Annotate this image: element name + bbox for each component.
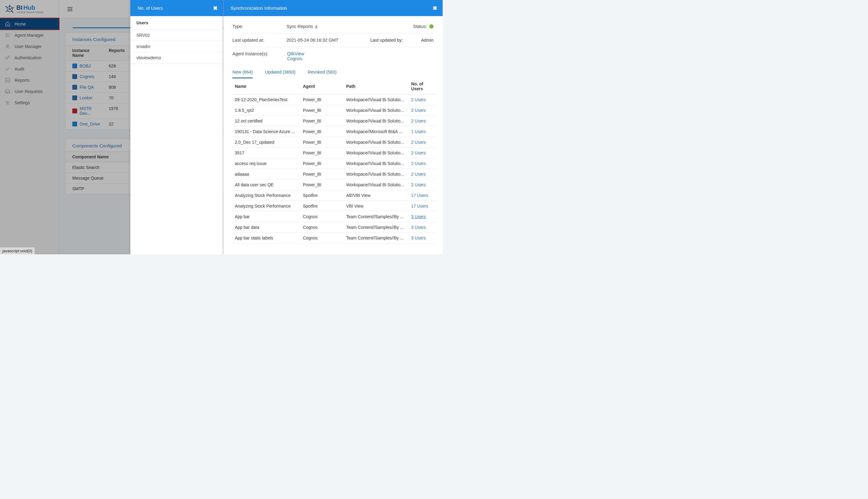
cell-agent: Power_BI bbox=[300, 105, 344, 116]
users-link[interactable]: 2 Users bbox=[411, 119, 426, 123]
sync-row: 12 oct certifiedPower_BIWorkspace//Visua… bbox=[233, 116, 437, 126]
cell-name: Analyzing Stock Performance bbox=[233, 190, 300, 201]
sync-panel: Synchronization Information ✖ Type: Sync… bbox=[223, 0, 443, 254]
status-indicator bbox=[429, 24, 434, 28]
panel-title: No. of Users bbox=[138, 5, 163, 11]
users-list-header: Users bbox=[130, 16, 223, 30]
cell-users: 3 Users bbox=[409, 233, 437, 243]
sync-row: 1.8.5_rpt2Power_BIWorkspace//Visual Bi S… bbox=[233, 105, 437, 116]
users-link[interactable]: 2 Users bbox=[411, 140, 426, 145]
users-link[interactable]: 2 Users bbox=[411, 108, 426, 113]
cell-users: 17 Users bbox=[409, 190, 437, 201]
cell-users: 2 Users bbox=[409, 158, 437, 169]
users-link[interactable]: 17 Users bbox=[411, 193, 428, 198]
user-row[interactable]: vbiviewdemo bbox=[130, 52, 223, 63]
sync-row: App bar static labelsCognosTeam Content/… bbox=[233, 233, 437, 243]
cell-users: 2 Users bbox=[409, 137, 437, 148]
cell-users: 2 Users bbox=[409, 169, 437, 180]
meta-agents-label: Agent Instance(s): bbox=[233, 51, 284, 56]
cell-name: App bar static labels bbox=[233, 233, 300, 243]
cell-agent: Cognos bbox=[300, 233, 344, 243]
cell-path: All//VBI View bbox=[344, 190, 409, 201]
sync-meta: Type: Sync Reports Status: Last updated … bbox=[223, 16, 443, 65]
sync-row: App bar dataCognosTeam Content//Samples/… bbox=[233, 222, 437, 233]
meta-type-label: Type: bbox=[233, 24, 284, 29]
cell-path: Team Content//Samples//By ... bbox=[344, 211, 409, 222]
users-panel-body: Users SRV02srvadmvbiviewdemo bbox=[130, 16, 223, 63]
cell-path: Workspace//Visual Bi Solutio... bbox=[344, 158, 409, 169]
cell-agent: Cognos bbox=[300, 211, 344, 222]
cell-users: 2 Users bbox=[409, 148, 437, 158]
sync-row: Analyzing Stock PerformanceSpotfireVBI V… bbox=[233, 201, 437, 211]
users-link[interactable]: 3 Users bbox=[411, 214, 426, 219]
close-icon[interactable]: ✖ bbox=[213, 5, 218, 12]
sync-row: 09-12-2020_PlanSeriesTestPower_BIWorkspa… bbox=[233, 95, 437, 105]
sync-row: Analyzing Stock PerformanceSpotfireAll//… bbox=[233, 190, 437, 201]
agent-instance-link[interactable]: QlikView bbox=[287, 51, 348, 56]
user-row[interactable]: SRV02 bbox=[130, 30, 223, 41]
users-link[interactable]: 2 Users bbox=[411, 172, 426, 177]
meta-updated-at-value: 2021-05-24 06:16:32 GMT bbox=[286, 38, 347, 42]
tab-revoked[interactable]: Revoked (583) bbox=[308, 70, 337, 78]
cell-path: Team Content//Samples//By ... bbox=[344, 233, 409, 243]
cell-name: 3517 bbox=[233, 148, 300, 158]
sync-row: 190131 - Data Science Azure ...Power_BIW… bbox=[233, 126, 437, 137]
cell-path: VBI View bbox=[344, 201, 409, 211]
agent-instance-link[interactable]: Cognos bbox=[287, 56, 348, 61]
meta-type-value: Sync Reports bbox=[286, 24, 347, 29]
users-link[interactable]: 17 Users bbox=[411, 204, 428, 208]
sync-panel-header: Synchronization Information ✖ bbox=[223, 0, 443, 16]
users-link[interactable]: 2 Users bbox=[411, 161, 426, 166]
users-link[interactable]: 2 Users bbox=[411, 150, 426, 155]
cell-path: Workspace//Microsoft BI&A ... bbox=[344, 126, 409, 137]
cell-name: App bar data bbox=[233, 222, 300, 233]
tab-new[interactable]: New (864) bbox=[233, 70, 253, 78]
cell-users: 1 Users bbox=[409, 126, 437, 137]
user-row[interactable]: srvadm bbox=[130, 41, 223, 52]
sync-row: All data user sec QEPower_BIWorkspace//V… bbox=[233, 180, 437, 190]
sync-row: 2.0_Dec 17_updatedPower_BIWorkspace//Vis… bbox=[233, 137, 437, 148]
sync-row: App barCognosTeam Content//Samples//By .… bbox=[233, 211, 437, 222]
meta-status-label: Status: bbox=[413, 24, 427, 29]
cell-agent: Power_BI bbox=[300, 95, 344, 105]
users-panel: No. of Users ✖ Users SRV02srvadmvbiviewd… bbox=[130, 0, 223, 254]
cell-name: 1.8.5_rpt2 bbox=[233, 105, 300, 116]
cell-name: 190131 - Data Science Azure ... bbox=[233, 126, 300, 137]
cell-name: 09-12-2020_PlanSeriesTest bbox=[233, 95, 300, 105]
users-link[interactable]: 2 Users bbox=[411, 97, 426, 102]
download-icon[interactable] bbox=[314, 24, 319, 28]
cell-agent: Cognos bbox=[300, 222, 344, 233]
cell-agent: Power_BI bbox=[300, 126, 344, 137]
users-link[interactable]: 1 Users bbox=[411, 129, 426, 134]
users-link[interactable]: 3 Users bbox=[411, 235, 426, 240]
cell-path: Workspace//Visual Bi Solutio... bbox=[344, 95, 409, 105]
cell-name: All data user sec QE bbox=[233, 180, 300, 190]
close-icon[interactable]: ✖ bbox=[433, 5, 437, 12]
users-link[interactable]: 3 Users bbox=[411, 225, 426, 230]
cell-users: 3 Users bbox=[409, 222, 437, 233]
cell-name: access req issue bbox=[233, 158, 300, 169]
cell-name: 12 oct certified bbox=[233, 116, 300, 126]
panel-title: Synchronization Information bbox=[231, 5, 287, 11]
sync-table: Name Agent Path No. of Users 09-12-2020_… bbox=[223, 78, 443, 243]
users-link[interactable]: 2 Users bbox=[411, 182, 426, 187]
cell-agent: Power_BI bbox=[300, 158, 344, 169]
cell-path: Workspace//Visual Bi Solutio... bbox=[344, 116, 409, 126]
sync-row: access req issuePower_BIWorkspace//Visua… bbox=[233, 158, 437, 169]
meta-updated-by-label: Last updated by: bbox=[370, 38, 403, 42]
cell-agent: Power_BI bbox=[300, 148, 344, 158]
meta-updated-by-value: Admin bbox=[421, 38, 434, 42]
th-path: Path bbox=[344, 78, 409, 95]
cell-users: 3 Users bbox=[409, 211, 437, 222]
statusbar: javascript:void(0) bbox=[0, 247, 35, 254]
cell-users: 2 Users bbox=[409, 180, 437, 190]
th-name: Name bbox=[233, 78, 300, 95]
cell-agent: Spotfire bbox=[300, 201, 344, 211]
cell-path: Workspace//Visual Bi Solutio... bbox=[344, 180, 409, 190]
cell-agent: Power_BI bbox=[300, 180, 344, 190]
cell-path: Workspace//Visual Bi Solutio... bbox=[344, 148, 409, 158]
users-panel-header: No. of Users ✖ bbox=[130, 0, 223, 16]
cell-users: 17 Users bbox=[409, 201, 437, 211]
tab-updated[interactable]: Updated (3693) bbox=[265, 70, 296, 78]
cell-name: adaaaa bbox=[233, 169, 300, 180]
